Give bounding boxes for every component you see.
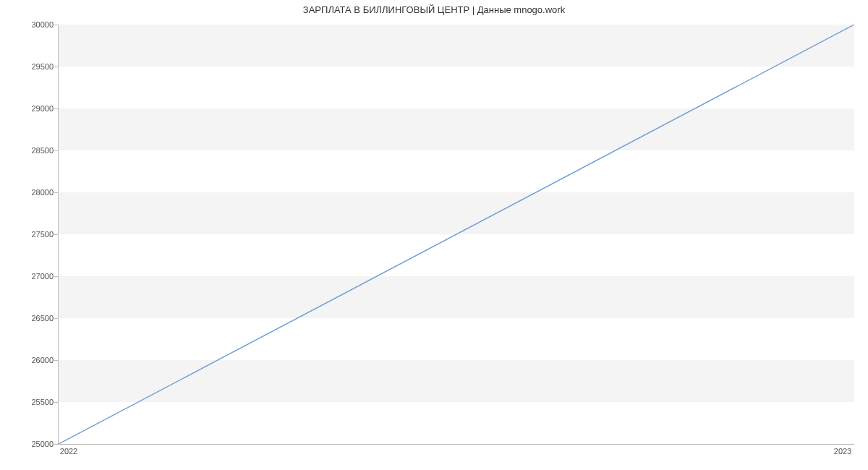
y-tick-label: 25000 xyxy=(0,440,54,448)
chart-title: ЗАРПЛАТА В БИЛЛИНГОВЫЙ ЦЕНТР | Данные mn… xyxy=(0,4,868,15)
y-tick-label: 26000 xyxy=(0,356,54,364)
x-tick-label: 2022 xyxy=(60,447,77,456)
y-tick-label: 25500 xyxy=(0,398,54,406)
y-tick-label: 27000 xyxy=(0,272,54,281)
y-tick-label: 29500 xyxy=(0,62,54,71)
chart-container: ЗАРПЛАТА В БИЛЛИНГОВЫЙ ЦЕНТР | Данные mn… xyxy=(0,0,868,470)
svg-line-0 xyxy=(59,25,854,444)
x-tick-label: 2023 xyxy=(834,447,851,456)
y-tick-label: 28500 xyxy=(0,146,54,155)
y-tick-label: 30000 xyxy=(0,20,54,29)
y-tick-label: 27500 xyxy=(0,230,54,239)
y-tick-label: 28000 xyxy=(0,188,54,197)
y-tick-label: 26500 xyxy=(0,314,54,322)
line-series xyxy=(59,25,854,444)
plot-area xyxy=(58,25,854,445)
y-tick-label: 29000 xyxy=(0,104,54,113)
